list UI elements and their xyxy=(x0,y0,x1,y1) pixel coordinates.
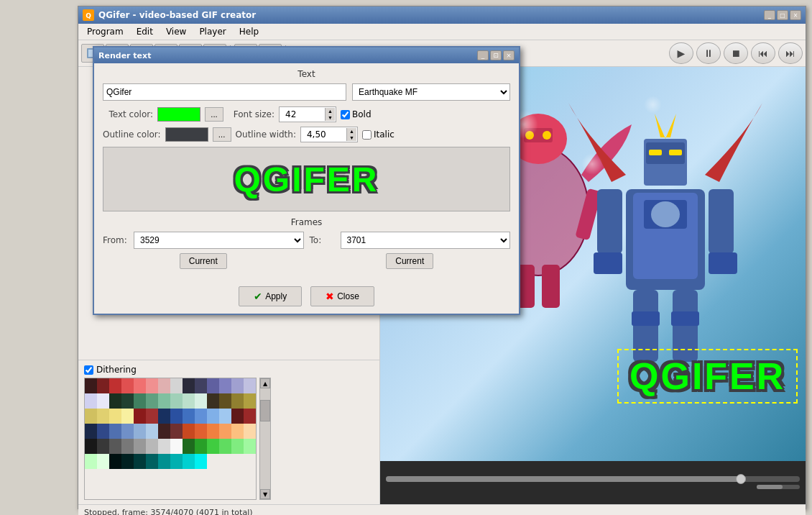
dialog-minimize-btn[interactable]: _ xyxy=(477,50,489,60)
scroll-up-arrow[interactable]: ▲ xyxy=(260,378,270,388)
palette-cell[interactable] xyxy=(121,439,134,454)
scroll-thumb[interactable] xyxy=(260,400,270,421)
maximize-button[interactable]: □ xyxy=(777,10,788,20)
palette-cell[interactable] xyxy=(195,409,207,424)
palette-cell[interactable] xyxy=(146,378,158,393)
palette-cell[interactable] xyxy=(231,439,244,454)
palette-cell[interactable] xyxy=(195,439,207,454)
palette-cell[interactable] xyxy=(207,439,219,454)
pause-button[interactable]: ⏸ xyxy=(696,42,721,64)
palette-cell[interactable] xyxy=(85,378,97,393)
palette-cell[interactable] xyxy=(183,409,195,424)
palette-cell[interactable] xyxy=(183,378,195,393)
palette-cell[interactable] xyxy=(183,424,195,439)
menu-view[interactable]: View xyxy=(160,25,192,38)
palette-cell[interactable] xyxy=(158,393,170,409)
palette-cell[interactable] xyxy=(158,439,170,454)
next-button[interactable]: ⏭ xyxy=(778,42,803,64)
palette-cell[interactable] xyxy=(146,409,158,424)
minimize-button[interactable]: _ xyxy=(764,10,775,20)
text-color-swatch[interactable] xyxy=(157,107,200,122)
close-button[interactable]: × xyxy=(790,10,801,20)
palette-cell[interactable] xyxy=(170,378,183,393)
palette-cell[interactable] xyxy=(170,409,183,424)
progress-knob[interactable] xyxy=(736,474,746,484)
video-text-overlay[interactable]: QGIFER xyxy=(617,349,798,404)
palette-cell[interactable] xyxy=(207,409,219,424)
palette-cell[interactable] xyxy=(183,439,195,454)
palette-cell[interactable] xyxy=(85,393,97,409)
outline-width-down-btn[interactable]: ▼ xyxy=(346,135,356,141)
palette-cell[interactable] xyxy=(109,378,121,393)
palette-cell[interactable] xyxy=(146,454,158,469)
palette-cell[interactable] xyxy=(109,454,121,469)
palette-cell[interactable] xyxy=(121,424,134,439)
palette-cell[interactable] xyxy=(195,378,207,393)
menu-program[interactable]: Program xyxy=(81,25,129,38)
palette-cell[interactable] xyxy=(121,393,134,409)
palette-cell[interactable] xyxy=(231,424,244,439)
dithering-checkbox[interactable] xyxy=(84,365,93,375)
palette-cell[interactable] xyxy=(219,393,231,409)
palette-cell[interactable] xyxy=(195,393,207,409)
apply-button[interactable]: ✔ Apply xyxy=(239,286,302,306)
palette-cell[interactable] xyxy=(97,409,109,424)
palette-cell[interactable] xyxy=(170,424,183,439)
palette-cell[interactable] xyxy=(158,454,170,469)
palette-cell[interactable] xyxy=(170,393,183,409)
palette-cell[interactable] xyxy=(121,454,134,469)
font-select[interactable]: Earthquake MF xyxy=(352,83,510,101)
palette-cell[interactable] xyxy=(146,424,158,439)
palette-cell[interactable] xyxy=(244,409,256,424)
menu-help[interactable]: Help xyxy=(234,25,264,38)
prev-button[interactable]: ⏮ xyxy=(751,42,775,64)
menu-player[interactable]: Player xyxy=(193,25,231,38)
play-button[interactable]: ▶ xyxy=(669,42,693,64)
dialog-close-btn[interactable]: × xyxy=(503,50,515,60)
outline-width-up-btn[interactable]: ▲ xyxy=(346,128,356,135)
palette-cell[interactable] xyxy=(97,378,109,393)
palette-cell[interactable] xyxy=(85,409,97,424)
palette-cell[interactable] xyxy=(109,409,121,424)
palette-cell[interactable] xyxy=(85,439,97,454)
volume-bar[interactable] xyxy=(757,485,800,489)
from-frame-select[interactable]: 3529 xyxy=(134,232,304,249)
stop-button[interactable]: ⏹ xyxy=(724,42,748,64)
palette-cell[interactable] xyxy=(158,409,170,424)
to-frame-select[interactable]: 3701 xyxy=(341,232,511,249)
palette-cell[interactable] xyxy=(219,378,231,393)
current-from-btn[interactable]: Current xyxy=(180,253,227,269)
palette-cell[interactable] xyxy=(121,378,134,393)
text-input[interactable] xyxy=(103,83,346,101)
palette-cell[interactable] xyxy=(219,409,231,424)
palette-cell[interactable] xyxy=(244,393,256,409)
palette-cell[interactable] xyxy=(158,378,170,393)
palette-cell[interactable] xyxy=(146,439,158,454)
italic-checkbox[interactable] xyxy=(362,130,372,140)
bold-checkbox[interactable] xyxy=(341,110,350,119)
palette-cell[interactable] xyxy=(207,424,219,439)
palette-cell[interactable] xyxy=(244,424,256,439)
palette-cell[interactable] xyxy=(170,439,183,454)
palette-cell[interactable] xyxy=(97,439,109,454)
palette-cell[interactable] xyxy=(97,393,109,409)
palette-cell[interactable] xyxy=(97,454,109,469)
dialog-expand-btn[interactable]: ⊡ xyxy=(490,50,502,60)
text-color-picker-btn[interactable]: ... xyxy=(205,107,223,122)
palette-cell[interactable] xyxy=(219,439,231,454)
palette-cell[interactable] xyxy=(134,393,146,409)
palette-cell[interactable] xyxy=(134,378,146,393)
palette-cell[interactable] xyxy=(85,454,97,469)
palette-cell[interactable] xyxy=(109,393,121,409)
palette-cell[interactable] xyxy=(134,424,146,439)
palette-cell[interactable] xyxy=(231,378,244,393)
menu-edit[interactable]: Edit xyxy=(131,25,159,38)
palette-scrollbar[interactable]: ▲ ▼ xyxy=(259,378,271,500)
palette-cell[interactable] xyxy=(170,454,183,469)
palette-cell[interactable] xyxy=(195,454,207,469)
palette-cell[interactable] xyxy=(207,393,219,409)
scroll-down-arrow[interactable]: ▼ xyxy=(260,489,270,499)
outline-color-picker-btn[interactable]: ... xyxy=(213,127,231,142)
close-dialog-button[interactable]: ✖ Close xyxy=(310,286,374,306)
progress-bar[interactable] xyxy=(386,476,800,482)
